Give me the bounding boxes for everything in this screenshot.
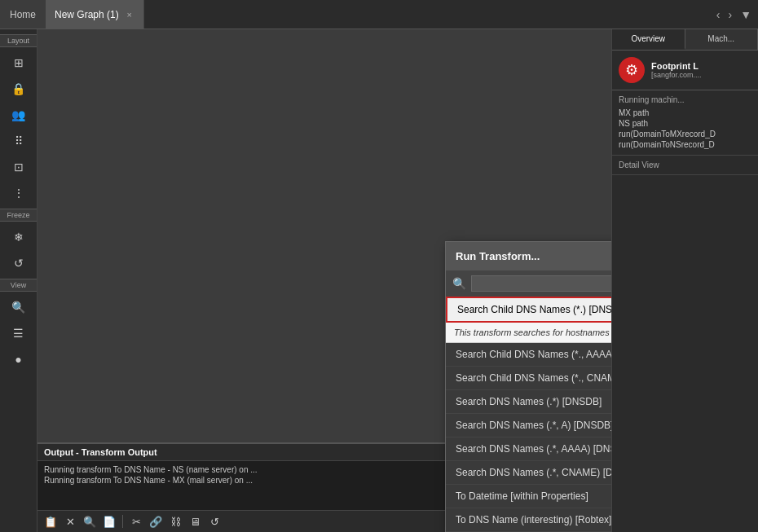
right-panel: Overview Mach... ⚙ Footprint L [sangfor.… (611, 29, 758, 532)
rt-item-2-label: Search Child DNS Names (*., AAAA) [DN... (456, 349, 611, 360)
rp-logo-icon: ⚙ (625, 61, 638, 79)
layout-label: Layout (0, 34, 37, 47)
rt-item-8-label: To Datetime [within Properties] (456, 490, 588, 502)
rt-item-5-label: Search DNS Names (.*, A) [DNSDB] (456, 420, 611, 431)
rt-item-3[interactable]: Search Child DNS Names (*., CNAME) [... … (446, 367, 611, 390)
bt-copy-btn[interactable]: 📋 (42, 513, 59, 530)
rt-item-0[interactable]: Search Child DNS Names (*.) [DNSDB] ☆ ▶ (446, 297, 611, 323)
rt-item-7-label: Search DNS Names (.*, CNAME) [DNSDB] (456, 467, 611, 478)
rp-item-run2: run(DomainToNSrecord_D (619, 139, 751, 150)
right-panel-tabs: Overview Mach... (612, 29, 758, 51)
rp-title: Footprint L (651, 61, 702, 71)
bt-close-btn[interactable]: ✕ (62, 513, 78, 530)
run-transform-header: Run Transform... ⊞ (446, 242, 611, 270)
bt-search-btn[interactable]: 🔍 (82, 513, 98, 530)
toolbar-btn-grid[interactable]: ⊞ (4, 51, 33, 75)
view-label: View (0, 279, 37, 292)
rp-tab-machine[interactable]: Mach... (685, 29, 759, 50)
rp-running-label: Running machin... (619, 95, 751, 104)
left-toolbar: Layout ⊞ 🔒 👥 ⠿ ⊡ ⋮ Freeze ❄ ↺ View 🔍 ☰ ● (0, 29, 37, 532)
rp-subtitle: [sangfor.com.... (651, 71, 702, 79)
toolbar-btn-dot[interactable]: ● (4, 347, 33, 372)
rt-item-6-label: Search DNS Names (.*, AAAA) [DNSDB] (456, 443, 611, 455)
run-transform-search-input[interactable] (471, 275, 611, 292)
run-transform-panel: Run Transform... ⊞ 🔍 ⊞ Search Child DNS … (445, 241, 611, 532)
nav-menu-btn[interactable]: ▼ (737, 7, 755, 23)
toolbar-btn-undo[interactable]: ↺ (4, 251, 33, 275)
bt-separator-1 (122, 515, 123, 528)
main-layout: Layout ⊞ 🔒 👥 ⠿ ⊡ ⋮ Freeze ❄ ↺ View 🔍 ☰ ●… (0, 29, 758, 532)
nav-back-btn[interactable]: ‹ (713, 7, 724, 23)
rt-item-9-label: To DNS Name (interesting) [Robtex] (456, 514, 611, 525)
bt-cut-btn[interactable]: ✂ (128, 513, 144, 530)
canvas-wrapper: 100% 🌐 sangfor.c... FOR DEMO USE Output … (37, 29, 611, 532)
rt-item-0-label: Search Child DNS Names (*.) [DNSDB] (457, 304, 611, 315)
search-icon: 🔍 (452, 277, 466, 290)
bt-screen-btn[interactable]: 🖥 (187, 513, 203, 530)
bt-doc-btn[interactable]: 📄 (101, 513, 117, 530)
rp-running-section: Running machin... MX path NS path run(Do… (612, 90, 758, 156)
run-transform-title: Run Transform... (456, 250, 540, 262)
toolbar-btn-users[interactable]: 👥 (4, 103, 33, 127)
toolbar-btn-freeze[interactable]: ❄ (4, 225, 33, 249)
rp-item-mx: MX path (619, 108, 751, 118)
rt-item-5[interactable]: Search DNS Names (.*, A) [DNSDB] ☆ ▶ (446, 414, 611, 437)
rt-item-4[interactable]: Search DNS Names (.*) [DNSDB] ☆ ▶ (446, 390, 611, 414)
rt-item-9[interactable]: To DNS Name (interesting) [Robtex] ☆ ▶ (446, 508, 611, 532)
nav-forward-btn[interactable]: › (725, 7, 735, 23)
rp-tab-overview[interactable]: Overview (612, 29, 685, 50)
tab-home[interactable]: Home (0, 0, 46, 29)
rp-item-run1: run(DomainToMXrecord_D (619, 129, 751, 139)
output-title: Output - Transform Output (44, 447, 157, 457)
rt-item-6[interactable]: Search DNS Names (.*, AAAA) [DNSDB] ☆ ▶ (446, 437, 611, 461)
bt-link-btn[interactable]: 🔗 (148, 513, 164, 530)
toolbar-btn-connect[interactable]: ⊡ (4, 155, 33, 179)
detail-view-label: Detail View (612, 156, 758, 175)
tab-new-graph[interactable]: New Graph (1) × (46, 0, 144, 29)
toolbar-btn-lock[interactable]: 🔒 (4, 77, 33, 101)
rp-logo: ⚙ (619, 57, 645, 83)
rp-header: ⚙ Footprint L [sangfor.com.... (612, 51, 758, 90)
tab-bar: Home New Graph (1) × ‹ › ▼ (0, 0, 758, 29)
rp-title-block: Footprint L [sangfor.com.... (651, 61, 702, 79)
freeze-label: Freeze (0, 209, 37, 222)
rt-item-3-label: Search Child DNS Names (*., CNAME) [... (456, 372, 611, 384)
toolbar-btn-nodes[interactable]: ⠿ (4, 129, 33, 153)
rt-item-8[interactable]: To Datetime [within Properties] ☆ ▶ (446, 485, 611, 508)
tab-nav: ‹ › ▼ (713, 7, 758, 23)
rt-item-2[interactable]: Search Child DNS Names (*., AAAA) [DN...… (446, 343, 611, 367)
new-graph-label: New Graph (1) (55, 9, 119, 20)
home-label: Home (10, 9, 36, 20)
rt-tooltip: This transform searches for hostnames be… (446, 323, 611, 343)
rp-item-ns: NS path (619, 118, 751, 129)
bt-refresh-btn[interactable]: ↺ (206, 513, 223, 530)
toolbar-btn-tree[interactable]: ⋮ (4, 181, 33, 205)
toolbar-btn-list[interactable]: ☰ (4, 321, 33, 345)
rt-item-4-label: Search DNS Names (.*) [DNSDB] (456, 396, 602, 407)
toolbar-btn-zoom[interactable]: 🔍 (4, 295, 33, 319)
bt-chain-btn[interactable]: ⛓ (167, 513, 183, 530)
tab-close-btn[interactable]: × (124, 9, 135, 20)
rt-item-7[interactable]: Search DNS Names (.*, CNAME) [DNSDB] ☆ ▶ (446, 461, 611, 485)
run-transform-search: 🔍 ⊞ (446, 270, 611, 297)
